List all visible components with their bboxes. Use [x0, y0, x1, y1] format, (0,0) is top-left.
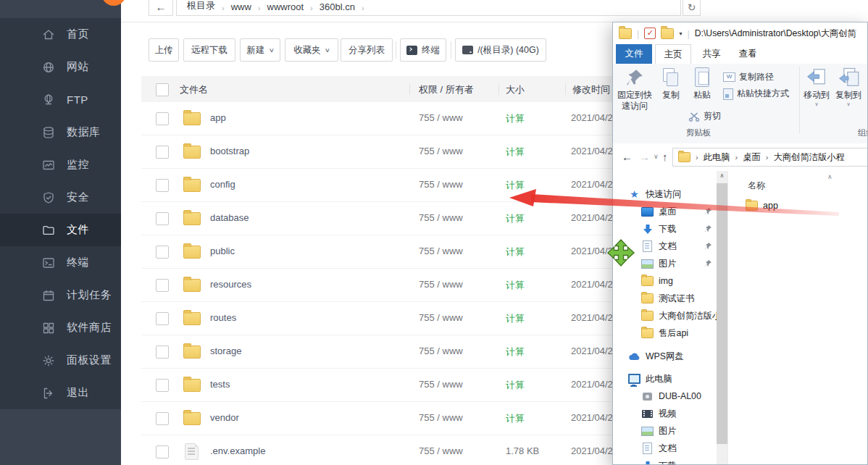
explorer-file-item[interactable]: app — [746, 201, 778, 211]
nav-back-icon[interactable]: ← — [622, 151, 633, 163]
row-checkbox[interactable] — [156, 246, 169, 259]
file-name[interactable]: database — [210, 212, 249, 223]
paste-shortcut-button[interactable]: 粘贴快捷方式 — [723, 88, 789, 100]
disk-select-button[interactable]: /(根目录) (40G) — [455, 38, 546, 62]
file-name[interactable]: routes — [210, 312, 236, 323]
row-checkbox[interactable] — [156, 345, 169, 359]
favorites-button[interactable]: 收藏夹 ∨ — [285, 38, 338, 62]
sidebar-item-ftp[interactable]: FTP — [0, 83, 121, 116]
nav-item-documents[interactable]: 文档 — [613, 238, 717, 255]
nav-item-dub-al00[interactable]: DUB-AL00 — [613, 388, 717, 405]
tab-file[interactable]: 文件 — [616, 44, 652, 64]
upload-button[interactable]: 上传 — [149, 38, 179, 62]
history-chevron-icon[interactable]: ∨ — [654, 153, 659, 160]
terminal-button[interactable]: 终端 — [400, 38, 446, 62]
column-header-name[interactable]: 名称 — [748, 180, 766, 192]
nav-item-shouhou-api[interactable]: 售后api — [613, 324, 717, 342]
nav-item-documents-pc[interactable]: 文档 — [613, 440, 717, 457]
calc-size-link[interactable]: 计算 — [506, 179, 525, 192]
calc-size-link[interactable]: 计算 — [506, 312, 525, 325]
file-name[interactable]: tests — [210, 379, 230, 390]
new-button[interactable]: 新建 ∨ — [240, 38, 280, 62]
nav-item-this-pc[interactable]: 此电脑 — [613, 370, 717, 388]
breadcrumb-segment[interactable]: www — [231, 1, 251, 12]
breadcrumb-segment[interactable]: 根目录 — [187, 0, 215, 12]
move-to-button[interactable]: 移动到 ∨ — [802, 67, 831, 127]
nav-item-quick-access[interactable]: ★ 快速访问 — [613, 185, 717, 203]
nav-item-videos[interactable]: 视频 — [613, 405, 717, 422]
calc-size-link[interactable]: 计算 — [506, 379, 525, 392]
select-all-checkbox[interactable] — [156, 83, 169, 96]
nav-up-icon[interactable]: ↑ — [662, 151, 668, 163]
calc-size-link[interactable]: 计算 — [506, 412, 525, 425]
sidebar-item-logout[interactable]: 退出 — [0, 377, 121, 409]
row-checkbox[interactable] — [156, 179, 169, 192]
calc-size-link[interactable]: 计算 — [506, 345, 525, 359]
file-name[interactable]: .env.example — [210, 445, 265, 456]
row-checkbox[interactable] — [156, 279, 169, 292]
nav-scrollbar[interactable]: ∧ — [717, 171, 727, 464]
nav-item-test-cert[interactable]: 测试证书 — [613, 290, 717, 307]
file-name[interactable]: app — [210, 112, 226, 123]
sidebar-item-monitor[interactable]: 监控 — [0, 148, 121, 181]
nav-item-desktop[interactable]: 桌面 — [613, 203, 717, 220]
sidebar-item-files[interactable]: 文件 — [0, 214, 121, 246]
sidebar-item-settings[interactable]: 面板设置 — [0, 344, 121, 377]
sidebar-item-home[interactable]: 首页 — [0, 18, 121, 51]
address-segment[interactable]: 大商创简洁版小程 — [774, 151, 845, 164]
nav-item-img[interactable]: img — [613, 272, 717, 290]
nav-forward-icon[interactable]: → — [639, 151, 650, 163]
file-name[interactable]: public — [210, 246, 235, 256]
folder-icon[interactable] — [619, 28, 632, 39]
column-header-size[interactable]: 大小 — [506, 83, 525, 96]
address-segment[interactable]: 桌面 — [743, 151, 761, 164]
copy-to-button[interactable]: 复制到 ∨ — [833, 67, 864, 127]
nav-item-pictures-pc[interactable]: 图片 — [613, 422, 717, 440]
sidebar-item-appstore[interactable]: 软件商店 — [0, 311, 121, 344]
remote-download-button[interactable]: 远程下载 — [183, 38, 235, 62]
file-name[interactable]: config — [210, 179, 235, 190]
back-button[interactable]: ← — [149, 0, 173, 16]
file-name[interactable]: vendor — [210, 412, 239, 423]
column-header-filename[interactable]: 文件名 — [180, 83, 208, 96]
scrollbar-thumb[interactable] — [717, 183, 727, 444]
column-header-perm[interactable]: 权限 / 所有者 — [419, 83, 474, 96]
sidebar-item-database[interactable]: 数据库 — [0, 116, 121, 148]
scrollbar-up-arrow-icon[interactable]: ∧ — [717, 171, 727, 181]
breadcrumb-segment[interactable]: wwwroot — [267, 1, 304, 12]
file-name[interactable]: storage — [210, 345, 241, 356]
nav-item-downloads-pc[interactable]: 下载 — [613, 457, 717, 464]
nav-item-pictures[interactable]: 图片 — [613, 255, 717, 272]
row-checkbox[interactable] — [156, 312, 169, 325]
address-input[interactable]: › 此电脑 › 桌面 › 大商创简洁版小程 — [672, 148, 868, 167]
sidebar-item-cron[interactable]: 计划任务 — [0, 279, 121, 311]
breadcrumb-segment[interactable]: 360bl.cn — [320, 1, 355, 12]
tab-home[interactable]: 主页 — [655, 44, 691, 64]
nav-item-dsc-folder[interactable]: 大商创简洁版小 — [613, 307, 717, 324]
share-list-button[interactable]: 分享列表 — [341, 38, 393, 62]
nav-item-wps-cloud[interactable]: WPS网盘 — [613, 348, 717, 365]
row-checkbox[interactable] — [156, 445, 169, 458]
nav-item-downloads[interactable]: 下载 — [613, 220, 717, 238]
calc-size-link[interactable]: 计算 — [506, 212, 525, 225]
column-header-mtime[interactable]: 修改时间 — [572, 83, 610, 96]
calc-size-link[interactable]: 计算 — [506, 279, 525, 292]
sidebar-item-terminal[interactable]: 终端 — [0, 246, 121, 279]
pin-to-quick-access-button[interactable]: 固定到快速访问 — [614, 67, 655, 127]
calc-size-link[interactable]: 计算 — [506, 246, 525, 259]
new-folder-icon[interactable] — [661, 28, 674, 39]
calc-size-link[interactable]: 计算 — [506, 146, 525, 159]
customize-toolbar-caret-icon[interactable]: ▾ — [679, 30, 682, 37]
sidebar-item-website[interactable]: 网站 — [0, 51, 121, 83]
tab-share[interactable]: 共享 — [695, 44, 728, 64]
properties-check-icon[interactable]: ✓ — [644, 28, 656, 39]
row-checkbox[interactable] — [156, 112, 169, 125]
cut-button[interactable]: 剪切 — [688, 110, 721, 122]
file-name[interactable]: bootstrap — [210, 146, 249, 156]
row-checkbox[interactable] — [156, 379, 169, 392]
sidebar-item-security[interactable]: 安全 — [0, 181, 121, 214]
address-segment[interactable]: 此电脑 — [704, 151, 730, 164]
row-checkbox[interactable] — [156, 412, 169, 425]
refresh-button[interactable]: ↻ — [683, 0, 701, 16]
tab-view[interactable]: 查看 — [731, 44, 764, 64]
